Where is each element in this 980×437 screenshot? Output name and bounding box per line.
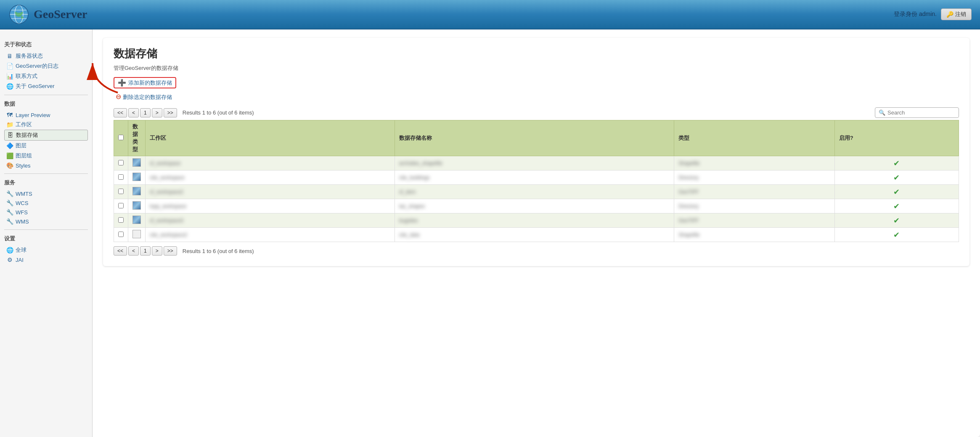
user-label: 登录身份 admin. xyxy=(894,11,937,18)
row-type-icon-cell xyxy=(128,156,146,171)
sidebar-item-server-status[interactable]: 🖥 服务器状态 xyxy=(4,51,88,61)
sidebar-item-wcs[interactable]: 🔧 WCS xyxy=(4,198,88,208)
row-workspace: cite_workspace2 xyxy=(146,228,395,242)
sidebar-item-jai[interactable]: ⚙ JAI xyxy=(4,255,88,264)
sidebar-item-logs[interactable]: 📄 GeoServer的日志 xyxy=(4,61,88,71)
table-row: cite_workspace2 cite_data Shapefile ✔ xyxy=(114,228,959,242)
sidebar-item-wms[interactable]: 🔧 WMS xyxy=(4,217,88,226)
layer-preview-icon: 🗺 xyxy=(6,112,13,118)
table-row: topp_workspace taz_shapes Directory ✔ xyxy=(114,199,959,213)
col-enabled: 启用? xyxy=(834,120,959,156)
global-icon: 🌐 xyxy=(6,247,13,253)
sidebar-item-styles[interactable]: 🎨 Styles xyxy=(4,161,88,170)
last-page-btn-bottom[interactable]: >> xyxy=(164,246,177,256)
row-type-icon-cell xyxy=(128,199,146,213)
logout-button[interactable]: 🔑 注销 xyxy=(941,8,972,20)
sidebar-divider-1 xyxy=(4,95,88,95)
delete-datastore-link[interactable]: ⊖ 删除选定的数据存储 xyxy=(114,93,959,101)
col-type: 类型 xyxy=(674,120,835,156)
workspaces-icon: 📁 xyxy=(6,121,13,128)
contact-icon: 📊 xyxy=(6,73,13,80)
table-row: sf_workspace archsites_shapefile Shapefi… xyxy=(114,156,959,171)
table-row: sf_workspace2 sf_dem GeoTIFF ✔ xyxy=(114,185,959,199)
row-enabled: ✔ xyxy=(834,171,959,185)
datastore-type-icon xyxy=(132,201,141,210)
row-checkbox[interactable] xyxy=(118,189,124,194)
logo-container: GeoServer xyxy=(8,4,87,25)
next-page-button[interactable]: > xyxy=(152,108,162,117)
row-checkbox-cell xyxy=(114,171,128,185)
wmts-icon: 🔧 xyxy=(6,190,13,197)
sidebar-item-wmts[interactable]: 🔧 WMTS xyxy=(4,189,88,198)
row-store-name: cite_buildings xyxy=(395,171,674,185)
sidebar-section-service: 服务 xyxy=(4,179,88,187)
sidebar-section-settings: 设置 xyxy=(4,235,88,242)
row-enabled: ✔ xyxy=(834,213,959,228)
row-type-icon-cell xyxy=(128,185,146,199)
prev-page-btn-bottom[interactable]: < xyxy=(128,246,139,256)
row-checkbox[interactable] xyxy=(118,217,124,223)
sidebar-section-about: 关于和状态 xyxy=(4,41,88,48)
row-type-icon-cell xyxy=(128,171,146,185)
header: GeoServer 登录身份 admin. 🔑 注销 xyxy=(0,0,980,29)
sidebar-item-layers[interactable]: 🔷 图层 xyxy=(4,141,88,151)
row-workspace: sf_workspace3 xyxy=(146,213,395,228)
current-page-button[interactable]: 1 xyxy=(140,108,151,117)
row-checkbox[interactable] xyxy=(118,174,124,180)
main-panel: 数据存储 管理GeoServer的数据存储 ➕ 添加新的数据存储 ⊖ 删除选定的… xyxy=(103,38,969,266)
select-all-checkbox[interactable] xyxy=(118,135,124,140)
row-checkbox[interactable] xyxy=(118,232,124,237)
datastore-type-icon xyxy=(132,187,141,195)
sidebar-item-about[interactable]: 🌐 关于 GeoServer xyxy=(4,81,88,91)
row-type: Directory xyxy=(674,171,835,185)
row-checkbox-cell xyxy=(114,199,128,213)
sidebar-divider-2 xyxy=(4,173,88,174)
first-page-btn-bottom[interactable]: << xyxy=(114,246,127,256)
search-box[interactable]: 🔍 xyxy=(875,107,959,118)
wms-icon: 🔧 xyxy=(6,218,13,225)
add-icon: ➕ xyxy=(118,79,126,87)
wfs-icon: 🔧 xyxy=(6,209,13,216)
datastores-table: 数据类型 工作区 数据存储名称 类型 启用? sf_workspace arch… xyxy=(114,120,959,242)
logout-icon: 🔑 xyxy=(946,11,954,18)
sidebar-item-datastores[interactable]: 🗄 数据存储 xyxy=(4,130,88,141)
search-input[interactable] xyxy=(887,109,955,116)
header-user-area: 登录身份 admin. 🔑 注销 xyxy=(894,8,972,20)
pagination-info-bottom: Results 1 to 6 (out of 6 items) xyxy=(183,248,254,254)
sidebar-item-global[interactable]: 🌐 全球 xyxy=(4,245,88,255)
current-page-btn-bottom[interactable]: 1 xyxy=(140,246,151,256)
row-enabled: ✔ xyxy=(834,228,959,242)
row-enabled: ✔ xyxy=(834,185,959,199)
page-title: 数据存储 xyxy=(114,46,959,61)
table-body: sf_workspace archsites_shapefile Shapefi… xyxy=(114,156,959,242)
pagination-top: << < 1 > >> Results 1 to 6 (out of 6 ite… xyxy=(114,108,254,117)
row-workspace: cite_workspace xyxy=(146,171,395,185)
sidebar-item-layergroups[interactable]: 🟩 图层组 xyxy=(4,151,88,161)
action-links: ➕ 添加新的数据存储 ⊖ 删除选定的数据存储 xyxy=(114,77,959,101)
sidebar-item-layer-preview[interactable]: 🗺 Layer Preview xyxy=(4,110,88,120)
layergroups-icon: 🟩 xyxy=(6,152,13,159)
datastore-type-icon xyxy=(132,230,141,238)
first-page-button[interactable]: << xyxy=(114,108,127,117)
next-page-btn-bottom[interactable]: > xyxy=(152,246,162,256)
sidebar-item-contact[interactable]: 📊 联系方式 xyxy=(4,71,88,81)
row-checkbox-cell xyxy=(114,185,128,199)
table-header: 数据类型 工作区 数据存储名称 类型 启用? xyxy=(114,120,959,156)
row-type-icon-cell xyxy=(128,213,146,228)
row-checkbox-cell xyxy=(114,228,128,242)
sidebar-item-wfs[interactable]: 🔧 WFS xyxy=(4,208,88,217)
row-workspace: sf_workspace2 xyxy=(146,185,395,199)
delete-icon: ⊖ xyxy=(116,93,121,100)
row-checkbox[interactable] xyxy=(118,203,124,208)
col-store-name: 数据存储名称 xyxy=(395,120,674,156)
sidebar-item-workspaces[interactable]: 📁 工作区 xyxy=(4,120,88,130)
add-datastore-link[interactable]: ➕ 添加新的数据存储 xyxy=(114,77,176,88)
row-checkbox[interactable] xyxy=(118,160,124,165)
last-page-button[interactable]: >> xyxy=(164,108,177,117)
row-workspace: topp_workspace xyxy=(146,199,395,213)
row-store-name: sf_dem xyxy=(395,185,674,199)
sidebar-section-data: 数据 xyxy=(4,100,88,108)
prev-page-button[interactable]: < xyxy=(128,108,139,117)
table-controls-bottom: << < 1 > >> Results 1 to 6 (out of 6 ite… xyxy=(114,246,959,256)
row-enabled: ✔ xyxy=(834,199,959,213)
